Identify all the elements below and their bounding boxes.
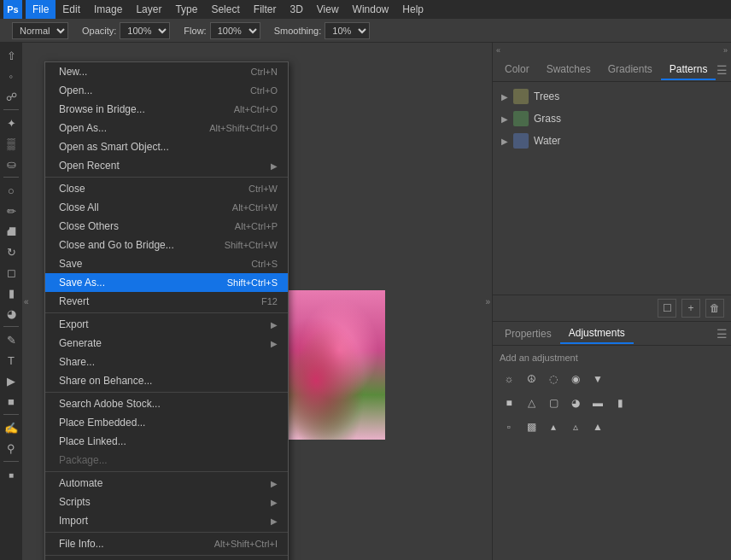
- pattern-group-water[interactable]: ▶ Water: [496, 130, 728, 152]
- adj-invert[interactable]: ▫: [500, 417, 518, 436]
- opacity-select[interactable]: 100%: [120, 22, 170, 39]
- adj-channelmixer[interactable]: ◕: [566, 394, 585, 412]
- menu-type[interactable]: Type: [168, 0, 204, 19]
- adj-colorbalance[interactable]: ■: [500, 394, 518, 412]
- panel-collapse-right[interactable]: »: [485, 297, 490, 306]
- path-tool[interactable]: ▶: [2, 371, 20, 390]
- menu-automate[interactable]: Automate ▶: [45, 474, 288, 493]
- water-icon: [513, 133, 529, 149]
- menu-file[interactable]: File: [26, 0, 56, 19]
- menu-export-label: Export: [59, 318, 267, 330]
- adj-colorlookup[interactable]: ▮: [611, 394, 629, 412]
- menu-view[interactable]: View: [310, 0, 346, 19]
- menu-import[interactable]: Import ▶: [45, 511, 288, 530]
- blur-tool[interactable]: ◕: [2, 304, 20, 323]
- adj-threshold[interactable]: ▴: [544, 417, 563, 436]
- hand-tool[interactable]: ✍: [2, 418, 20, 437]
- menu-export[interactable]: Export ▶: [45, 315, 288, 334]
- menu-image[interactable]: Image: [87, 0, 129, 19]
- menu-close-all[interactable]: Close All Alt+Ctrl+W: [45, 198, 288, 217]
- menu-search-stock[interactable]: Search Adobe Stock...: [45, 394, 288, 413]
- tab-gradients[interactable]: Gradients: [599, 60, 661, 80]
- brush-mode-selector[interactable]: Normal: [7, 20, 73, 41]
- adj-vibrance[interactable]: ◉: [566, 370, 585, 388]
- crop-tool[interactable]: ▒: [2, 134, 20, 153]
- menu-open-smart[interactable]: Open as Smart Object...: [45, 137, 288, 156]
- menu-save-as[interactable]: Save As... Shift+Ctrl+S: [45, 273, 288, 292]
- lasso-tool[interactable]: ☍: [2, 87, 20, 106]
- canvas-area: « » New... Ctrl+N Open... Ctrl+O Browse …: [22, 43, 492, 560]
- menu-share[interactable]: Share...: [45, 353, 288, 371]
- menu-close-go-bridge[interactable]: Close and Go to Bridge... Shift+Ctrl+W: [45, 236, 288, 254]
- menu-close-others[interactable]: Close Others Alt+Ctrl+P: [45, 217, 288, 236]
- menu-open[interactable]: Open... Ctrl+O: [45, 81, 288, 100]
- adj-brightness[interactable]: ☼: [500, 370, 518, 388]
- menu-open-shortcut: Ctrl+O: [250, 85, 278, 96]
- eyedropper-tool[interactable]: ⛀: [2, 155, 20, 173]
- menu-window[interactable]: Window: [346, 0, 396, 19]
- tab-adjustments[interactable]: Adjustments: [560, 324, 634, 344]
- menu-close[interactable]: Close Ctrl+W: [45, 179, 288, 198]
- adj-hsl[interactable]: ▼: [588, 370, 607, 388]
- gradient-tool[interactable]: ▮: [2, 283, 20, 302]
- menu-file-info[interactable]: File Info... Alt+Shift+Ctrl+I: [45, 534, 288, 553]
- brush-mode-select[interactable]: Normal: [12, 22, 68, 39]
- tab-properties[interactable]: Properties: [496, 324, 560, 343]
- pattern-group-grass[interactable]: ▶ Grass: [496, 108, 728, 130]
- smoothing-select[interactable]: 10%: [325, 22, 370, 39]
- selection-tool[interactable]: ◦: [2, 67, 20, 85]
- pen-tool[interactable]: ✎: [2, 330, 20, 349]
- left-toolbar: ⇧ ◦ ☍ ✦ ▒ ⛀ ○ ✏ ⛘ ↻ ◻ ▮ ◕ ✎ T ▶ ■ ✍ ⚲ ■: [0, 43, 22, 560]
- menu-layer[interactable]: Layer: [129, 0, 168, 19]
- panel-left-arrow[interactable]: «: [496, 46, 500, 55]
- shape-tool[interactable]: ■: [2, 392, 20, 411]
- zoom-tool[interactable]: ⚲: [2, 439, 20, 458]
- move-tool[interactable]: ⇧: [2, 46, 20, 65]
- menu-browse-bridge[interactable]: Browse in Bridge... Alt+Ctrl+O: [45, 100, 288, 119]
- stamp-tool[interactable]: ⛘: [2, 222, 20, 241]
- panel-collapse-left[interactable]: «: [24, 297, 29, 306]
- flow-select[interactable]: 100%: [210, 22, 260, 39]
- menu-edit[interactable]: Edit: [56, 0, 87, 19]
- wand-tool[interactable]: ✦: [2, 114, 20, 132]
- menu-new[interactable]: New... Ctrl+N: [45, 62, 288, 81]
- heal-tool[interactable]: ○: [2, 181, 20, 200]
- menu-filter[interactable]: Filter: [247, 0, 284, 19]
- menu-place-embedded[interactable]: Place Embedded...: [45, 413, 288, 432]
- new-folder-btn[interactable]: ☐: [658, 299, 676, 318]
- tab-patterns[interactable]: Patterns: [661, 60, 716, 80]
- new-pattern-btn[interactable]: +: [681, 299, 700, 318]
- menu-revert[interactable]: Revert F12: [45, 292, 288, 311]
- menu-select[interactable]: Select: [204, 0, 246, 19]
- adj-posterize[interactable]: ▩: [522, 417, 541, 436]
- pattern-group-trees[interactable]: ▶ Trees: [496, 85, 728, 108]
- menu-scripts-label: Scripts: [59, 496, 267, 508]
- adj-curves[interactable]: ☮: [522, 370, 541, 388]
- adj-levels[interactable]: ▲: [588, 417, 607, 436]
- adj-photofilter[interactable]: ▢: [544, 394, 563, 412]
- menu-place-linked[interactable]: Place Linked...: [45, 432, 288, 451]
- brush-tool[interactable]: ✏: [2, 201, 20, 220]
- menu-generate[interactable]: Generate ▶: [45, 334, 288, 353]
- adj-exposure[interactable]: ◌: [544, 370, 563, 388]
- delete-pattern-btn[interactable]: 🗑: [705, 299, 724, 318]
- tab-color[interactable]: Color: [496, 60, 538, 80]
- panel-right-arrow[interactable]: »: [723, 46, 728, 55]
- adj-blackwhite[interactable]: △: [522, 394, 541, 412]
- menu-open-as[interactable]: Open As... Alt+Shift+Ctrl+O: [45, 119, 288, 137]
- tab-swatches[interactable]: Swatches: [538, 60, 599, 80]
- menu-save[interactable]: Save Ctrl+S: [45, 254, 288, 273]
- menu-3d[interactable]: 3D: [283, 0, 309, 19]
- menu-open-recent[interactable]: Open Recent ▶: [45, 156, 288, 175]
- adj-colorgradient[interactable]: ▬: [588, 394, 607, 412]
- adjustments-menu-icon[interactable]: ☰: [716, 327, 728, 341]
- type-tool[interactable]: T: [2, 351, 20, 370]
- menu-share-behance[interactable]: Share on Behance...: [45, 371, 288, 390]
- eraser-tool[interactable]: ◻: [2, 263, 20, 282]
- history-tool[interactable]: ↻: [2, 242, 20, 261]
- fg-bg-color[interactable]: ■: [2, 465, 20, 484]
- panel-menu-icon[interactable]: ☰: [716, 63, 728, 77]
- menu-help[interactable]: Help: [395, 0, 430, 19]
- menu-scripts[interactable]: Scripts ▶: [45, 493, 288, 511]
- adj-selectivecolor[interactable]: ▵: [566, 417, 585, 436]
